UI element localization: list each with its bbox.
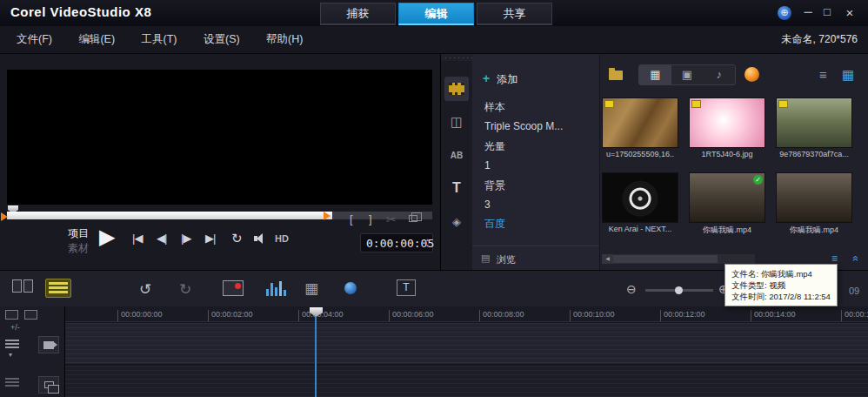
tab-share[interactable]: 共享 — [477, 3, 552, 25]
play-button[interactable]: ▶ — [99, 225, 115, 249]
menu-edit[interactable]: 编辑(E) — [67, 26, 126, 53]
graphics-tab[interactable]: ◈ — [444, 209, 469, 233]
instant-project-tab[interactable]: ◫ — [444, 110, 469, 134]
media-tab[interactable] — [444, 77, 469, 101]
tab-edit[interactable]: 编辑 — [398, 3, 474, 25]
ruler-tick: 00:00:12:00 — [660, 310, 705, 321]
video-track-button[interactable] — [38, 336, 59, 353]
repeat-button[interactable]: ↻ — [231, 231, 243, 246]
tab-capture[interactable]: 捕获 — [320, 3, 396, 25]
library-thumbnail[interactable]: 1RT5J40-6.jpg — [689, 98, 765, 158]
media-filter-group: ▦ ▣ ♪ — [638, 64, 736, 85]
menu-tools[interactable]: 工具(T) — [130, 26, 189, 53]
painting-creator-icon[interactable] — [344, 282, 357, 294]
spin-up-icon[interactable]: ▲ — [425, 237, 430, 243]
clip-mode-label[interactable]: 素材 — [68, 241, 89, 256]
folder-item[interactable]: Triple Scoop M... — [472, 117, 599, 136]
folder-item-selected[interactable]: 百度 — [472, 214, 599, 233]
app-title: Corel VideoStudio X8 — [10, 4, 151, 19]
next-frame-button[interactable]: |▶ — [181, 232, 190, 245]
library-thumbnail[interactable]: 你瞒我瞒.mp4 — [776, 172, 852, 236]
filter-photo-button[interactable]: ▣ — [671, 65, 704, 84]
track-manager-icon[interactable] — [5, 310, 18, 320]
trim-in-handle[interactable] — [1, 212, 8, 221]
thumbnail-view-button[interactable]: ▦ — [842, 67, 854, 83]
filter-video-button[interactable]: ▦ — [639, 65, 671, 84]
help-globe-icon[interactable]: ⊕ — [778, 6, 791, 20]
title-tab[interactable]: T — [444, 176, 469, 200]
get-more-content-icon[interactable] — [744, 67, 759, 82]
file-tooltip: 文件名: 你瞒我瞒.mp4 文件类型: 视频 文件时间: 2017/2/8 11… — [724, 264, 838, 306]
folder-item[interactable]: 光量 — [472, 137, 599, 156]
zoom-out-icon[interactable]: ⊖ — [626, 282, 637, 296]
thumbnail-image — [776, 172, 852, 223]
add-folder-button[interactable]: +添加 — [483, 71, 517, 87]
redo-icon[interactable]: ↻ — [179, 280, 191, 299]
spin-down-icon[interactable]: ▼ — [425, 243, 430, 249]
close-button[interactable]: × — [842, 5, 858, 20]
menu-file[interactable]: 文件(F) — [5, 26, 63, 53]
minimize-button[interactable]: ─ — [800, 5, 816, 18]
filter-audio-button[interactable]: ♪ — [703, 65, 735, 84]
folder-item[interactable]: 背景 — [472, 176, 599, 195]
import-folder-icon[interactable] — [609, 71, 623, 80]
timecode-spinner[interactable]: ▲ ▼ — [425, 237, 430, 249]
browse-button[interactable]: ▤ 浏览 — [472, 246, 599, 270]
zoom-slider-thumb[interactable] — [675, 286, 683, 294]
volume-icon[interactable] — [254, 233, 266, 244]
scrollbar-thumb[interactable] — [613, 255, 718, 263]
undo-icon[interactable]: ↺ — [139, 280, 151, 299]
maximize-button[interactable]: □ — [819, 5, 835, 18]
go-end-button[interactable]: ▶| — [205, 232, 215, 245]
menu-settings[interactable]: 设置(S) — [192, 26, 251, 53]
browse-label: 浏览 — [497, 253, 516, 266]
ripple-edit-icon[interactable] — [5, 378, 19, 389]
folder-item[interactable]: 样本 — [472, 98, 599, 117]
track-view-icon[interactable] — [24, 310, 37, 320]
overlay-track[interactable] — [65, 366, 868, 397]
scroll-left-icon[interactable]: ◀ — [602, 254, 613, 264]
prev-frame-button[interactable]: ◀| — [157, 232, 166, 245]
trim-out-handle[interactable] — [324, 212, 331, 220]
library-thumbnail[interactable]: Ken Arai - NEXT... — [602, 172, 678, 233]
hd-badge[interactable]: HD — [275, 233, 289, 244]
subtitle-editor-icon[interactable]: T — [397, 279, 416, 296]
library-thumbnail[interactable]: 9e78679370af7ca... — [776, 98, 852, 158]
mark-in-icon[interactable]: [ — [350, 212, 353, 225]
instant-project-icon: ◫ — [451, 114, 463, 130]
folder-item[interactable]: 3 — [472, 195, 599, 214]
timeline-view-button[interactable] — [45, 279, 71, 298]
ripple-edit-icon[interactable] — [5, 340, 19, 351]
menu-help[interactable]: 帮助(H) — [255, 26, 314, 53]
thumbnail-image — [776, 98, 852, 148]
transition-tab[interactable]: AB — [444, 143, 469, 167]
track-options-chevron-icon[interactable]: ▾ — [9, 351, 12, 359]
timecode-value: 0:00:00:05 — [366, 237, 434, 250]
zoom-slider[interactable] — [645, 289, 713, 292]
timeline-ruler[interactable] — [65, 306, 868, 322]
auto-music-icon[interactable]: ▦ — [304, 279, 318, 298]
collapse-panel-icon[interactable]: » — [849, 256, 861, 262]
record-capture-icon[interactable] — [223, 280, 244, 296]
library-thumbnail[interactable]: u=1750255509,16.. — [602, 98, 678, 158]
sound-mixer-icon[interactable] — [266, 280, 286, 296]
add-remove-track-button[interactable]: +/- — [10, 323, 20, 332]
storyboard-view-button[interactable] — [12, 279, 33, 293]
tooltip-filetime: 文件时间: 2017/2/8 11:2:54 — [731, 291, 831, 302]
video-track[interactable] — [65, 323, 868, 364]
library-hscrollbar[interactable]: ◀ — [602, 254, 755, 264]
library-thumbnail[interactable]: ✓ 你瞒我瞒.mp4 — [689, 172, 765, 236]
options-panel-icon[interactable]: ≡ — [831, 252, 838, 265]
split-clip-icon[interactable]: ✂ — [386, 212, 397, 226]
folder-item[interactable]: 1 — [472, 156, 599, 175]
overlay-track-button[interactable] — [38, 376, 59, 394]
overlay-icon — [44, 381, 54, 388]
go-start-button[interactable]: |◀ — [132, 232, 142, 245]
thumbnail-image: ✓ — [689, 172, 765, 223]
mark-out-icon[interactable]: ] — [369, 212, 372, 225]
project-mode-label[interactable]: 项目 — [68, 226, 89, 241]
list-view-button[interactable]: ≡ — [819, 67, 827, 82]
enlarge-preview-icon[interactable] — [409, 215, 417, 222]
timecode-display[interactable]: 0:00:00:05 ▲ ▼ — [360, 233, 433, 252]
preview-panel: 项目 素材 ▶ |◀ ◀| |▶ ▶| ↻ HD [ ] ✂ 0:00:00:0… — [0, 54, 440, 270]
